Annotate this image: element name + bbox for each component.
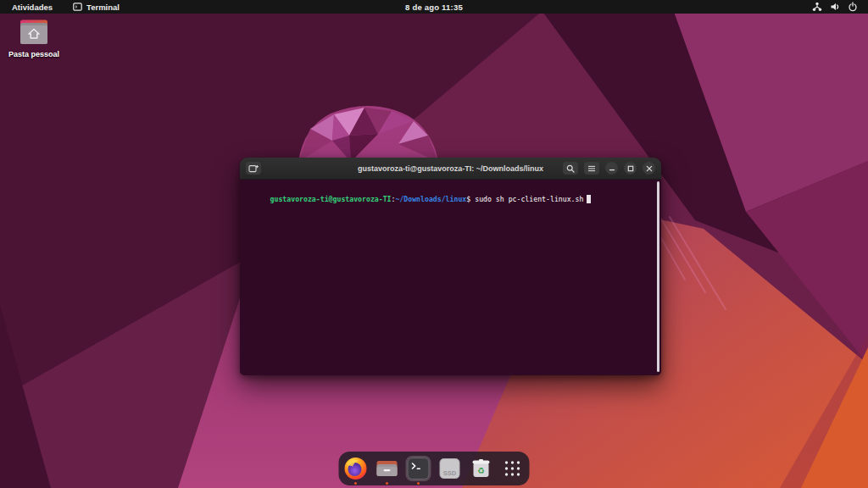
terminal-window: gustavoroza-ti@gustavoroza-TI: ~/Downloa…: [240, 158, 661, 375]
minimize-icon: [609, 165, 615, 172]
search-icon: [566, 164, 575, 173]
running-indicator: [417, 482, 420, 485]
running-indicator: [386, 482, 388, 485]
dock-item-terminal[interactable]: [406, 456, 431, 481]
volume-icon: [830, 2, 840, 12]
close-button[interactable]: [643, 162, 655, 175]
ssd-drive-icon: SSD: [438, 457, 462, 480]
app-grid-icon: [502, 458, 524, 480]
window-title: gustavoroza-ti@gustavoroza-TI: ~/Downloa…: [358, 164, 543, 173]
close-icon: [646, 165, 653, 172]
terminal-content[interactable]: gustavoroza-ti@gustavoroza-TI:~/Download…: [240, 180, 661, 374]
running-indicator: [354, 482, 357, 485]
terminal-icon: [407, 457, 431, 480]
prompt-user-host: gustavoroza-ti@gustavoroza-TI: [270, 195, 392, 203]
dock: SSD ♻: [339, 452, 530, 485]
new-tab-icon: [248, 164, 259, 173]
dock-item-ssd-drive[interactable]: SSD: [437, 456, 463, 481]
prompt-symbol: $: [466, 195, 470, 203]
menu-button[interactable]: [584, 162, 599, 175]
activities-button[interactable]: Atividades: [8, 0, 56, 14]
terminal-app-icon: [73, 3, 82, 11]
search-button[interactable]: [563, 162, 578, 175]
power-icon: [848, 2, 858, 12]
home-folder-shortcut[interactable]: Pasta pessoal: [8, 19, 60, 58]
system-status-area[interactable]: [812, 0, 868, 14]
activities-label: Atividades: [12, 3, 53, 12]
prompt-path: ~/Downloads/linux: [395, 195, 466, 203]
dock-item-firefox[interactable]: [343, 456, 369, 481]
clock[interactable]: 8 de ago 11:35: [405, 0, 463, 14]
dock-item-trash[interactable]: ♻: [469, 456, 494, 481]
home-folder-icon: [17, 19, 51, 46]
focused-app-menu[interactable]: Terminal: [70, 0, 123, 14]
typed-command: sudo sh pc-client-linux.sh: [475, 195, 583, 203]
top-bar: Atividades Terminal 8 de ago 11:35: [0, 0, 868, 14]
recycle-glyph: ♻: [477, 466, 485, 475]
home-folder-label: Pasta pessoal: [8, 50, 60, 58]
terminal-prompt-line: gustavoroza-ti@gustavoroza-TI:~/Download…: [245, 184, 653, 214]
firefox-icon: [344, 457, 368, 480]
new-tab-button[interactable]: [246, 162, 261, 175]
terminal-headerbar[interactable]: gustavoroza-ti@gustavoroza-TI: ~/Downloa…: [240, 158, 661, 180]
files-icon: [376, 457, 399, 480]
dock-item-files[interactable]: [375, 456, 400, 481]
dock-item-show-applications[interactable]: [500, 456, 526, 481]
terminal-scrollbar[interactable]: [657, 181, 659, 372]
maximize-icon: [627, 165, 634, 172]
focused-app-label: Terminal: [86, 3, 120, 12]
trash-icon: ♻: [470, 457, 493, 480]
maximize-button[interactable]: [624, 162, 637, 175]
network-icon: [812, 2, 822, 12]
hamburger-menu-icon: [587, 165, 596, 172]
text-cursor: [587, 195, 591, 203]
ssd-label: SSD: [443, 469, 457, 477]
minimize-button[interactable]: [605, 162, 618, 175]
